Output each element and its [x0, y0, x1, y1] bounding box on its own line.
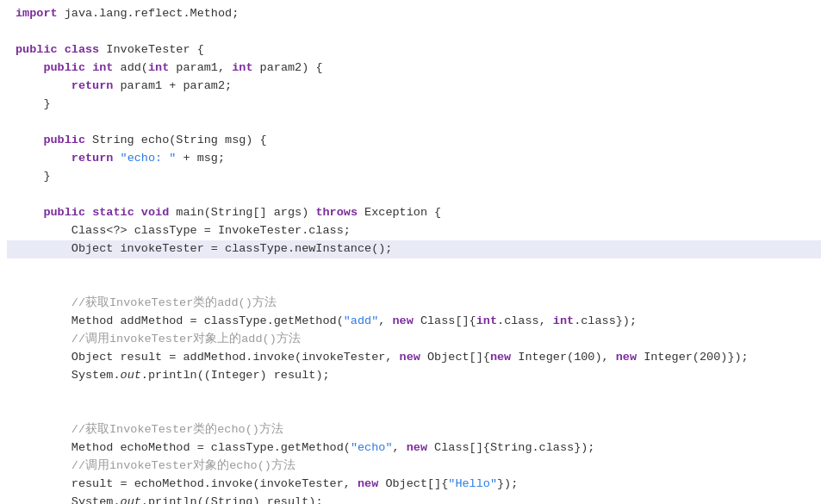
- gutter-22: [0, 385, 7, 403]
- gutter-9: [0, 150, 7, 168]
- code-line-12: public static void main(String[] args) t…: [0, 204, 821, 222]
- code-line-25: Method echoMethod = classType.getMethod(…: [0, 439, 821, 457]
- code-line-13: Class<?> classType = InvokeTester.class;: [0, 222, 821, 240]
- gutter-7: [0, 114, 7, 132]
- code-line-23: [0, 403, 821, 421]
- code-line-18: Method addMethod = classType.getMethod("…: [0, 313, 821, 331]
- code-editor: import java.lang.reflect.Method; public …: [0, 0, 821, 504]
- code-line-28: System.out.println((String) result);: [0, 494, 821, 504]
- gutter-3: [0, 41, 7, 59]
- line-content-27: result = echoMethod.invoke(invokeTester,…: [7, 476, 821, 494]
- gutter-2: [0, 23, 7, 41]
- gutter-17: [0, 295, 7, 313]
- code-line-5: return param1 + param2;: [0, 78, 821, 96]
- gutter-18: [0, 313, 7, 331]
- gutter-13: [0, 222, 7, 240]
- line-content-9: return "echo: " + msg;: [7, 150, 821, 168]
- line-content-17: //获取InvokeTester类的add()方法: [7, 295, 821, 313]
- code-line-15: [0, 258, 821, 277]
- line-content-13: Class<?> classType = InvokeTester.class;: [7, 222, 821, 240]
- code-line-4: public int add(int param1, int param2) {: [0, 59, 821, 78]
- code-line-16: [0, 277, 821, 295]
- code-line-17: //获取InvokeTester类的add()方法: [0, 295, 821, 313]
- line-content-23: [7, 403, 821, 421]
- code-line-11: [0, 186, 821, 204]
- gutter-1: [0, 5, 7, 23]
- code-line-8: public String echo(String msg) {: [0, 132, 821, 150]
- gutter-21: [0, 367, 7, 385]
- code-line-14: Object invokeTester = classType.newInsta…: [0, 240, 821, 258]
- line-content-24: //获取InvokeTester类的echo()方法: [7, 421, 821, 439]
- gutter-25: [0, 439, 7, 457]
- line-content-10: }: [7, 168, 821, 186]
- code-line-21: System.out.println((Integer) result);: [0, 367, 821, 385]
- line-content-14: Object invokeTester = classType.newInsta…: [7, 240, 821, 258]
- line-content-12: public static void main(String[] args) t…: [7, 204, 821, 222]
- code-line-24: //获取InvokeTester类的echo()方法: [0, 421, 821, 439]
- line-content-21: System.out.println((Integer) result);: [7, 367, 821, 385]
- line-content-4: public int add(int param1, int param2) {: [7, 59, 821, 78]
- gutter-14: [0, 240, 7, 258]
- line-content-26: //调用invokeTester对象的echo()方法: [7, 457, 821, 476]
- gutter-27: [0, 476, 7, 494]
- line-content-7: [7, 114, 821, 132]
- gutter-10: [0, 168, 7, 186]
- line-content-1: import java.lang.reflect.Method;: [7, 5, 821, 23]
- code-line-22: [0, 385, 821, 403]
- code-line-20: Object result = addMethod.invoke(invokeT…: [0, 349, 821, 367]
- gutter-11: [0, 186, 7, 204]
- line-content-5: return param1 + param2;: [7, 78, 821, 96]
- line-content-22: [7, 385, 821, 403]
- line-content-6: }: [7, 96, 821, 114]
- code-line-1: import java.lang.reflect.Method;: [0, 5, 821, 23]
- line-content-20: Object result = addMethod.invoke(invokeT…: [7, 349, 821, 367]
- code-line-3: public class InvokeTester {: [0, 41, 821, 59]
- line-content-11: [7, 186, 821, 204]
- gutter-19: [0, 331, 7, 349]
- code-line-2: [0, 23, 821, 41]
- code-line-26: //调用invokeTester对象的echo()方法: [0, 457, 821, 476]
- gutter-5: [0, 78, 7, 96]
- gutter-12: [0, 204, 7, 222]
- line-content-19: //调用invokeTester对象上的add()方法: [7, 331, 821, 349]
- gutter-8: [0, 132, 7, 150]
- gutter-28: [0, 494, 7, 504]
- code-line-6: }: [0, 96, 821, 114]
- line-content-28: System.out.println((String) result);: [7, 494, 821, 504]
- line-content-18: Method addMethod = classType.getMethod("…: [7, 313, 821, 331]
- code-line-9: return "echo: " + msg;: [0, 150, 821, 168]
- line-content-16: [7, 277, 821, 295]
- line-content-25: Method echoMethod = classType.getMethod(…: [7, 439, 821, 457]
- gutter-6: [0, 96, 7, 114]
- line-content-3: public class InvokeTester {: [7, 41, 821, 59]
- gutter-15: [0, 258, 7, 277]
- code-line-7: [0, 114, 821, 132]
- line-content-2: [7, 23, 821, 41]
- line-content-8: public String echo(String msg) {: [7, 132, 821, 150]
- gutter-24: [0, 421, 7, 439]
- gutter-26: [0, 457, 7, 476]
- code-line-19: //调用invokeTester对象上的add()方法: [0, 331, 821, 349]
- gutter-23: [0, 403, 7, 421]
- code-line-10: }: [0, 168, 821, 186]
- code-line-27: result = echoMethod.invoke(invokeTester,…: [0, 476, 821, 494]
- gutter-20: [0, 349, 7, 367]
- gutter-16: [0, 277, 7, 295]
- line-content-15: [7, 258, 821, 277]
- gutter-4: [0, 59, 7, 78]
